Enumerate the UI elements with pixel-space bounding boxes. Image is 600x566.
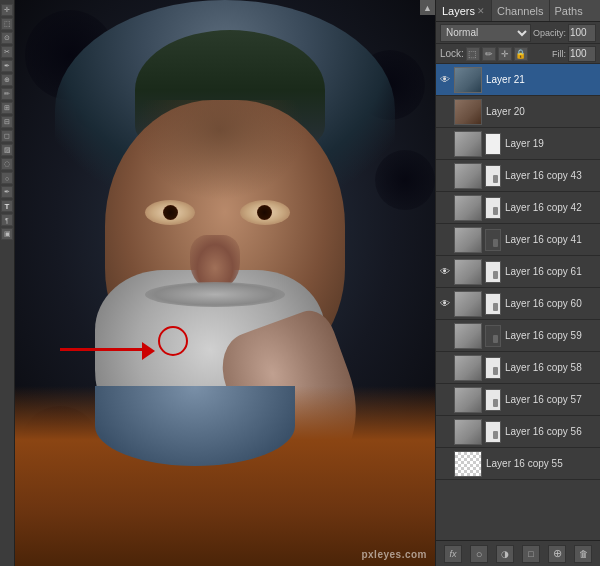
layer-thumb-20 (454, 99, 482, 125)
layer-eye-cp41[interactable]: 👁 (438, 233, 452, 247)
adjustment-button[interactable]: ◑ (496, 545, 514, 563)
layer-item-cp61[interactable]: 👁 Layer 16 copy 61 (436, 256, 600, 288)
opacity-label: Opacity: (533, 28, 566, 38)
opacity-input[interactable] (568, 24, 596, 42)
layer-item-cp41[interactable]: 👁 Layer 16 copy 41 (436, 224, 600, 256)
layer-eye-cp42[interactable]: 👁 (438, 201, 452, 215)
layer-name-cp58: Layer 16 copy 58 (505, 362, 582, 373)
layer-name-cp59: Layer 16 copy 59 (505, 330, 582, 341)
tool-history[interactable]: ⊟ (1, 116, 13, 128)
layer-list: 👁 Layer 21 👁 Layer 20 👁 Layer 19 👁 (436, 64, 600, 540)
tool-shape[interactable]: ▣ (1, 228, 13, 240)
layer-item-19[interactable]: 👁 Layer 19 (436, 128, 600, 160)
hoodie-collar (95, 386, 295, 466)
lock-all[interactable]: 🔒 (514, 47, 528, 61)
layer-eye-cp60[interactable]: 👁 (438, 297, 452, 311)
watermark: pxleyes.com (361, 549, 427, 560)
lock-position[interactable]: ✛ (498, 47, 512, 61)
tool-erase[interactable]: ◻ (1, 130, 13, 142)
layer-eye-21[interactable]: 👁 (438, 73, 452, 87)
layer-thumb-cp42 (454, 195, 482, 221)
tool-blur[interactable]: ◌ (1, 158, 13, 170)
red-circle (158, 326, 188, 356)
layer-mask-cp60 (485, 293, 501, 315)
layer-mask-cp57 (485, 389, 501, 411)
tool-crop[interactable]: ✂ (1, 46, 13, 58)
layer-name-20: Layer 20 (486, 106, 525, 117)
layer-eye-cp55[interactable]: 👁 (438, 457, 452, 471)
add-mask-button[interactable]: ○ (470, 545, 488, 563)
add-style-button[interactable]: fx (444, 545, 462, 563)
layer-name-cp41: Layer 16 copy 41 (505, 234, 582, 245)
fill-label: Fill: (552, 49, 566, 59)
layer-mask-cp41 (485, 229, 501, 251)
layer-item-21[interactable]: 👁 Layer 21 (436, 64, 600, 96)
layer-item-20[interactable]: 👁 Layer 20 (436, 96, 600, 128)
layer-eye-cp61[interactable]: 👁 (438, 265, 452, 279)
layer-mask-cp58 (485, 357, 501, 379)
layer-name-21: Layer 21 (486, 74, 525, 85)
tool-move[interactable]: ✛ (1, 4, 13, 16)
layer-eye-cp56[interactable]: 👁 (438, 425, 452, 439)
tool-gradient[interactable]: ▨ (1, 144, 13, 156)
lock-transparent[interactable]: ⬚ (466, 47, 480, 61)
layer-mask-cp43 (485, 165, 501, 187)
layer-eye-cp58[interactable]: 👁 (438, 361, 452, 375)
layer-eye-19[interactable]: 👁 (438, 137, 452, 151)
layer-thumb-cp55 (454, 451, 482, 477)
tool-heal[interactable]: ⊕ (1, 74, 13, 86)
left-toolbar: ✛ ⬚ ⊙ ✂ ✒ ⊕ ✏ ⊞ ⊟ ◻ ▨ ◌ ○ ✒ T ¶ ▣ (0, 0, 15, 566)
tab-paths[interactable]: Paths (550, 0, 588, 21)
layer-item-cp57[interactable]: 👁 Layer 16 copy 57 (436, 384, 600, 416)
eyes-area (115, 195, 315, 235)
layer-thumb-cp56 (454, 419, 482, 445)
tool-lasso[interactable]: ⊙ (1, 32, 13, 44)
layer-item-cp59[interactable]: 👁 Layer 16 copy 59 (436, 320, 600, 352)
scroll-up-arrow[interactable]: ▲ (420, 0, 435, 15)
canvas-area: pxleyes.com ▲ (15, 0, 435, 566)
blend-mode-select[interactable]: Normal (440, 24, 531, 42)
layer-mask-cp42 (485, 197, 501, 219)
blend-mode-row: Normal Opacity: (436, 22, 600, 44)
panel-bottom-toolbar: fx ○ ◑ □ ⊕ 🗑 (436, 540, 600, 566)
tool-pen[interactable]: ✒ (1, 186, 13, 198)
layer-mask-19 (485, 133, 501, 155)
new-layer-button[interactable]: ⊕ (548, 545, 566, 563)
tool-brush[interactable]: ✏ (1, 88, 13, 100)
layer-eye-cp59[interactable]: 👁 (438, 329, 452, 343)
folder-button[interactable]: □ (522, 545, 540, 563)
layer-item-cp60[interactable]: 👁 Layer 16 copy 60 (436, 288, 600, 320)
layer-item-cp43[interactable]: 👁 Layer 16 copy 43 (436, 160, 600, 192)
lock-image[interactable]: ✏ (482, 47, 496, 61)
tab-channels[interactable]: Channels (492, 0, 549, 21)
layer-eye-20[interactable]: 👁 (438, 105, 452, 119)
layer-mask-cp56 (485, 421, 501, 443)
layer-name-cp55: Layer 16 copy 55 (486, 458, 563, 469)
mustache (145, 282, 285, 307)
tool-clone[interactable]: ⊞ (1, 102, 13, 114)
layer-item-cp42[interactable]: 👁 Layer 16 copy 42 (436, 192, 600, 224)
layer-eye-cp43[interactable]: 👁 (438, 169, 452, 183)
layer-name-cp43: Layer 16 copy 43 (505, 170, 582, 181)
tool-dodge[interactable]: ○ (1, 172, 13, 184)
layer-item-cp56[interactable]: 👁 Layer 16 copy 56 (436, 416, 600, 448)
layer-item-cp58[interactable]: 👁 Layer 16 copy 58 (436, 352, 600, 384)
layer-thumb-cp58 (454, 355, 482, 381)
layer-name-cp60: Layer 16 copy 60 (505, 298, 582, 309)
layer-item-cp55[interactable]: 👁 Layer 16 copy 55 (436, 448, 600, 480)
layer-mask-cp59 (485, 325, 501, 347)
layer-mask-cp61 (485, 261, 501, 283)
delete-layer-button[interactable]: 🗑 (574, 545, 592, 563)
tool-path[interactable]: ¶ (1, 214, 13, 226)
layers-panel: Layers ✕ Channels Paths Normal Opacity: … (435, 0, 600, 566)
fill-input[interactable] (568, 46, 596, 62)
lock-row: Lock: ⬚ ✏ ✛ 🔒 Fill: (436, 44, 600, 64)
layer-thumb-cp59 (454, 323, 482, 349)
tool-eyedrop[interactable]: ✒ (1, 60, 13, 72)
tab-layers[interactable]: Layers ✕ (436, 0, 492, 21)
tool-select[interactable]: ⬚ (1, 18, 13, 30)
tool-text[interactable]: T (1, 200, 13, 212)
layer-thumb-cp57 (454, 387, 482, 413)
layer-eye-cp57[interactable]: 👁 (438, 393, 452, 407)
layer-thumb-cp61 (454, 259, 482, 285)
